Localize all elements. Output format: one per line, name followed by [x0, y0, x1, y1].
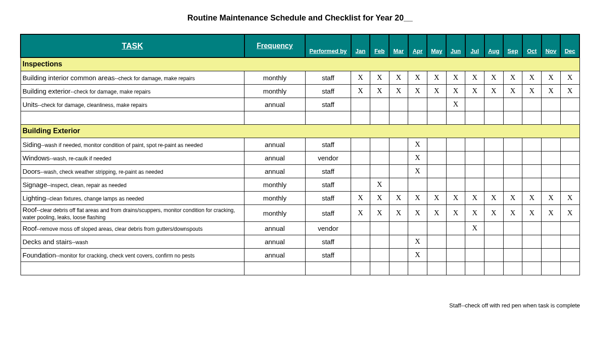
- month-cell[interactable]: X: [351, 191, 370, 204]
- month-cell[interactable]: X: [560, 71, 579, 84]
- month-cell[interactable]: X: [503, 191, 522, 204]
- month-cell[interactable]: X: [522, 191, 542, 204]
- month-cell[interactable]: [408, 262, 427, 275]
- month-cell[interactable]: [465, 262, 484, 275]
- month-cell[interactable]: [560, 221, 579, 235]
- month-cell[interactable]: [389, 98, 408, 111]
- month-cell[interactable]: X: [427, 71, 446, 84]
- month-cell[interactable]: [389, 178, 408, 191]
- month-cell[interactable]: X: [542, 71, 561, 84]
- month-cell[interactable]: [351, 178, 370, 191]
- month-cell[interactable]: X: [484, 84, 504, 98]
- month-cell[interactable]: [542, 262, 561, 275]
- month-cell[interactable]: [351, 248, 370, 262]
- month-cell[interactable]: X: [522, 71, 542, 84]
- month-cell[interactable]: [522, 262, 542, 275]
- month-cell[interactable]: X: [389, 84, 408, 98]
- month-cell[interactable]: X: [446, 191, 465, 204]
- month-cell[interactable]: X: [446, 204, 465, 221]
- month-cell[interactable]: [465, 248, 484, 262]
- month-cell[interactable]: [370, 151, 389, 164]
- month-cell[interactable]: [560, 111, 579, 124]
- month-cell[interactable]: [389, 151, 408, 164]
- month-cell[interactable]: [484, 262, 504, 275]
- month-cell[interactable]: X: [370, 191, 389, 204]
- month-cell[interactable]: [427, 262, 446, 275]
- month-cell[interactable]: X: [560, 191, 579, 204]
- month-cell[interactable]: [446, 221, 465, 235]
- month-cell[interactable]: [560, 151, 579, 164]
- month-cell[interactable]: X: [484, 191, 504, 204]
- month-cell[interactable]: [465, 98, 484, 111]
- month-cell[interactable]: X: [351, 204, 370, 221]
- month-cell[interactable]: [542, 164, 561, 178]
- month-cell[interactable]: X: [465, 84, 484, 98]
- month-cell[interactable]: [484, 98, 504, 111]
- month-cell[interactable]: [446, 164, 465, 178]
- month-cell[interactable]: [542, 151, 561, 164]
- month-cell[interactable]: X: [370, 84, 389, 98]
- month-cell[interactable]: [560, 98, 579, 111]
- month-cell[interactable]: [408, 98, 427, 111]
- month-cell[interactable]: [560, 262, 579, 275]
- month-cell[interactable]: [522, 248, 542, 262]
- month-cell[interactable]: [370, 138, 389, 151]
- month-cell[interactable]: [427, 164, 446, 178]
- month-cell[interactable]: [389, 138, 408, 151]
- month-cell[interactable]: [446, 262, 465, 275]
- month-cell[interactable]: X: [484, 204, 504, 221]
- month-cell[interactable]: X: [427, 191, 446, 204]
- month-cell[interactable]: [503, 111, 522, 124]
- month-cell[interactable]: [351, 221, 370, 235]
- month-cell[interactable]: [503, 151, 522, 164]
- month-cell[interactable]: [389, 235, 408, 248]
- month-cell[interactable]: X: [408, 164, 427, 178]
- month-cell[interactable]: [389, 164, 408, 178]
- month-cell[interactable]: X: [408, 204, 427, 221]
- month-cell[interactable]: [389, 248, 408, 262]
- month-cell[interactable]: X: [446, 98, 465, 111]
- month-cell[interactable]: [370, 248, 389, 262]
- month-cell[interactable]: [427, 151, 446, 164]
- month-cell[interactable]: [560, 164, 579, 178]
- month-cell[interactable]: [542, 221, 561, 235]
- month-cell[interactable]: X: [542, 191, 561, 204]
- month-cell[interactable]: X: [389, 191, 408, 204]
- month-cell[interactable]: [427, 235, 446, 248]
- month-cell[interactable]: X: [370, 204, 389, 221]
- month-cell[interactable]: [560, 138, 579, 151]
- month-cell[interactable]: [465, 178, 484, 191]
- month-cell[interactable]: [427, 221, 446, 235]
- month-cell[interactable]: X: [484, 71, 504, 84]
- month-cell[interactable]: [446, 151, 465, 164]
- month-cell[interactable]: [351, 151, 370, 164]
- month-cell[interactable]: [351, 111, 370, 124]
- month-cell[interactable]: [427, 111, 446, 124]
- month-cell[interactable]: [542, 248, 561, 262]
- month-cell[interactable]: [503, 248, 522, 262]
- month-cell[interactable]: [351, 98, 370, 111]
- month-cell[interactable]: X: [389, 204, 408, 221]
- month-cell[interactable]: X: [351, 71, 370, 84]
- month-cell[interactable]: X: [522, 204, 542, 221]
- month-cell[interactable]: X: [522, 84, 542, 98]
- month-cell[interactable]: X: [408, 191, 427, 204]
- month-cell[interactable]: [370, 262, 389, 275]
- month-cell[interactable]: X: [465, 191, 484, 204]
- month-cell[interactable]: X: [446, 71, 465, 84]
- month-cell[interactable]: [465, 151, 484, 164]
- month-cell[interactable]: [465, 164, 484, 178]
- month-cell[interactable]: [484, 178, 504, 191]
- month-cell[interactable]: [503, 262, 522, 275]
- month-cell[interactable]: [522, 98, 542, 111]
- month-cell[interactable]: [351, 138, 370, 151]
- month-cell[interactable]: [370, 235, 389, 248]
- month-cell[interactable]: [484, 248, 504, 262]
- month-cell[interactable]: X: [503, 84, 522, 98]
- month-cell[interactable]: [503, 221, 522, 235]
- month-cell[interactable]: [522, 151, 542, 164]
- month-cell[interactable]: X: [427, 84, 446, 98]
- month-cell[interactable]: X: [503, 204, 522, 221]
- month-cell[interactable]: [560, 235, 579, 248]
- month-cell[interactable]: [408, 178, 427, 191]
